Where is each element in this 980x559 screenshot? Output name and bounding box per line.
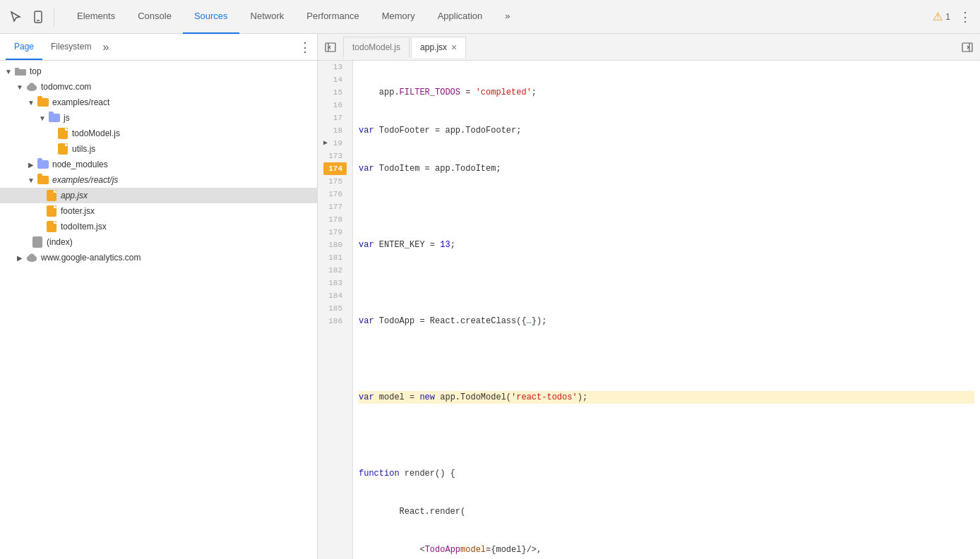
tab-application[interactable]: Application xyxy=(426,0,494,34)
code-tab-app-jsx[interactable]: app.jsx × xyxy=(411,37,466,58)
expand-arrow-19[interactable]: ▶ xyxy=(323,137,328,150)
folder-icon-js xyxy=(48,113,61,123)
file-icon-todoitem-jsx xyxy=(45,222,58,232)
line-num-19: ▶ 19 xyxy=(323,137,347,150)
tree-item-todoitem-jsx[interactable]: todoItem.jsx xyxy=(0,219,317,234)
line-num-176: 176 xyxy=(323,188,347,200)
code-line-16 xyxy=(359,200,974,213)
code-line-175 xyxy=(359,429,974,442)
code-line-178: <TodoApp model={model}/>, xyxy=(359,543,974,556)
line-num-17: 17 xyxy=(323,112,347,124)
tree-item-top[interactable]: ▼ top xyxy=(0,64,317,79)
tree-arrow-js: ▼ xyxy=(37,114,48,122)
code-line-17: var ENTER_KEY = 13; xyxy=(359,239,974,251)
tree-label-top: top xyxy=(30,66,42,76)
line-num-174: 174 xyxy=(323,162,347,175)
tab-memory[interactable]: Memory xyxy=(371,0,426,34)
file-tree: ▼ top ▼ todomvc.com ▼ xyxy=(0,61,317,559)
cloud-icon-google-analytics xyxy=(25,253,38,263)
code-line-18 xyxy=(359,277,974,289)
line-num-18: 18 xyxy=(323,124,347,137)
sidebar-tabs: Page Filesystem » ⋮ xyxy=(0,34,317,61)
main-layout: Page Filesystem » ⋮ ▼ top ▼ xyxy=(0,34,980,559)
code-lines: app.FILTER_TODOS = 'completed'; var Todo… xyxy=(353,61,980,559)
tree-item-utils[interactable]: utils.js xyxy=(0,141,317,157)
code-line-13: app.FILTER_TODOS = 'completed'; xyxy=(359,86,974,99)
collapse-left-icon[interactable] xyxy=(321,37,340,57)
sidebar-tabs-more[interactable]: » xyxy=(102,41,109,54)
tab-sources[interactable]: Sources xyxy=(183,0,239,34)
tab-elements[interactable]: Elements xyxy=(66,0,126,34)
tree-label-js: js xyxy=(64,113,70,123)
file-icon-index xyxy=(31,237,44,247)
code-tab-close-icon[interactable]: × xyxy=(451,42,457,52)
tree-label-todomodel: todoModel.js xyxy=(72,128,120,138)
tree-item-examples-react[interactable]: ▼ examples/react xyxy=(0,95,317,110)
tree-label-node-modules: node_modules xyxy=(52,160,108,169)
mobile-icon[interactable] xyxy=(28,7,48,27)
line-num-13: 13 xyxy=(323,61,347,73)
line-num-182: 182 xyxy=(323,264,347,277)
tree-item-todomvc[interactable]: ▼ todomvc.com xyxy=(0,79,317,95)
line-num-183: 183 xyxy=(323,277,347,289)
code-tab-todomodel-label: todoModel.js xyxy=(352,42,400,52)
code-line-15: var TodoItem = app.TodoItem; xyxy=(359,162,974,175)
line-num-185: 185 xyxy=(323,302,347,315)
svg-rect-3 xyxy=(15,68,19,70)
code-tab-todomodel[interactable]: todoModel.js xyxy=(343,37,410,58)
sidebar-tab-filesystem[interactable]: Filesystem xyxy=(42,34,100,60)
tree-item-node-modules[interactable]: ▶ node_modules xyxy=(0,157,317,172)
tree-item-footer-jsx[interactable]: footer.jsx xyxy=(0,203,317,219)
sidebar-menu-button[interactable]: ⋮ xyxy=(299,40,311,55)
toolbar: Elements Console Sources Network Perform… xyxy=(0,0,980,34)
tree-item-todomodel[interactable]: todoModel.js xyxy=(0,126,317,141)
cursor-icon[interactable] xyxy=(6,7,25,27)
line-num-173: 173 xyxy=(323,150,347,162)
line-num-180: 180 xyxy=(323,239,347,251)
tree-arrow-top: ▼ xyxy=(3,68,14,76)
toolbar-tabs: Elements Console Sources Network Perform… xyxy=(66,0,933,34)
sidebar-tab-page[interactable]: Page xyxy=(6,34,42,60)
tree-item-examples-react-js[interactable]: ▼ examples/react/js xyxy=(0,172,317,188)
tree-label-footer-jsx: footer.jsx xyxy=(61,206,95,216)
tab-more[interactable]: » xyxy=(494,0,521,34)
more-options-icon[interactable]: ⋮ xyxy=(956,6,974,28)
tab-console[interactable]: Console xyxy=(126,0,183,34)
tree-item-google-analytics[interactable]: ▶ www.google-analytics.com xyxy=(0,250,317,265)
tree-label-index: (index) xyxy=(47,237,73,247)
tree-item-js[interactable]: ▼ js xyxy=(0,110,317,126)
line-num-15: 15 xyxy=(323,86,347,99)
line-num-177: 177 xyxy=(323,200,347,213)
code-line-14: var TodoFooter = app.TodoFooter; xyxy=(359,124,974,137)
tree-item-app-jsx[interactable]: app.jsx xyxy=(0,188,317,203)
folder-icon-top xyxy=(14,66,27,76)
code-tabs: todoModel.js app.jsx × xyxy=(318,34,980,61)
tree-label-examples-react: examples/react xyxy=(52,97,109,107)
toolbar-separator xyxy=(54,7,54,27)
svg-point-11 xyxy=(29,254,35,259)
line-num-14: 14 xyxy=(323,73,347,86)
warning-icon: ⚠ xyxy=(933,10,943,23)
warning-badge[interactable]: ⚠ 1 xyxy=(933,10,950,23)
line-num-178: 178 xyxy=(323,213,347,226)
line-numbers: 13 14 15 16 17 18 ▶ 19 173 174 175 176 1… xyxy=(318,61,353,559)
file-icon-todomodel xyxy=(56,128,69,138)
tab-network[interactable]: Network xyxy=(239,0,296,34)
line-num-181: 181 xyxy=(323,251,347,264)
folder-icon-node-modules xyxy=(37,160,49,169)
line-num-179: 179 xyxy=(323,226,347,239)
collapse-right-icon[interactable] xyxy=(957,37,977,57)
file-icon-utils xyxy=(56,144,69,154)
tree-item-index[interactable]: (index) xyxy=(0,234,317,250)
tree-arrow-node-modules: ▶ xyxy=(25,161,37,169)
code-line-176: function render() { xyxy=(359,467,974,480)
tree-arrow-examples-react-js: ▼ xyxy=(25,176,37,184)
tree-label-utils: utils.js xyxy=(72,144,95,154)
svg-rect-2 xyxy=(15,69,26,76)
code-panel: todoModel.js app.jsx × 13 14 15 16 17 18… xyxy=(318,34,980,559)
file-icon-app-jsx xyxy=(45,191,58,200)
tab-performance[interactable]: Performance xyxy=(295,0,370,34)
code-line-177: React.render( xyxy=(359,505,974,518)
code-content[interactable]: 13 14 15 16 17 18 ▶ 19 173 174 175 176 1… xyxy=(318,61,980,559)
cloud-icon-todomvc xyxy=(25,82,38,92)
